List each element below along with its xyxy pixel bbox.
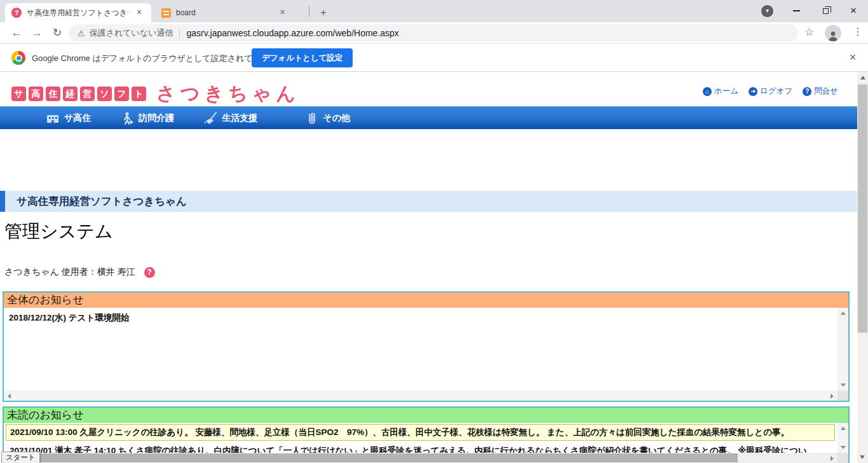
nav-item-other[interactable]: その他 xyxy=(304,111,350,125)
scrollbar-corner xyxy=(837,453,848,463)
nav-item-label: 訪問介護 xyxy=(139,113,174,124)
default-browser-notification: Google Chrome はデフォルトのブラウザとして設定されていません デフ… xyxy=(0,44,868,72)
question-icon: ? xyxy=(803,87,811,96)
logoff-link-label: ログオフ xyxy=(760,86,792,97)
inquiry-link-label: 問合せ xyxy=(814,86,838,97)
unread-notices-box: 未読のお知らせ 2021/09/10 13:00 久屋クリニックの往診あり。 安… xyxy=(3,406,850,463)
scroll-right-icon[interactable] xyxy=(827,390,837,401)
unread-notices-header: 未読のお知らせ xyxy=(4,408,848,423)
url-divider xyxy=(179,28,180,38)
scroll-down-icon[interactable] xyxy=(837,380,848,390)
back-button[interactable]: ← xyxy=(8,24,25,42)
logo-block: ソ xyxy=(97,86,112,101)
broom-icon xyxy=(203,111,217,125)
user-label: さつきちゃん 使用者：横井 寿江 xyxy=(4,266,135,278)
restore-icon xyxy=(823,8,829,14)
scroll-down-icon[interactable] xyxy=(860,455,865,459)
tab-close-icon[interactable]: × xyxy=(277,7,288,18)
global-notices-box: 全体のお知らせ 2018/12/12(水) テスト環境開始 xyxy=(3,291,850,402)
web-page: サ 高 住 経 営 ソ フ ト さつきちゃん ⌂ ホーム ➜ ログオフ ? 問合… xyxy=(0,72,857,463)
tab-satsuki[interactable]: ? サ高住専用経営ソフトさつきちゃん × xyxy=(5,3,151,22)
section-header: サ高住専用経営ソフトさつきちゃん xyxy=(0,191,857,212)
nav-item-lifesupport[interactable]: 生活支援 xyxy=(203,111,257,125)
tab-title: サ高住専用経営ソフトさつきちゃん xyxy=(27,8,128,18)
user-help-icon[interactable]: ? xyxy=(144,267,155,278)
scrollbar-corner xyxy=(837,390,848,401)
nav-item-label: その他 xyxy=(323,113,350,124)
global-vertical-scrollbar[interactable] xyxy=(837,308,848,390)
logo-block: 営 xyxy=(80,86,95,101)
unread-notice-item[interactable]: 2021/09/10 13:00 久屋クリニックの往診あり。 安藤様、間地様、足… xyxy=(6,424,835,441)
header-links: ⌂ ホーム ➜ ログオフ ? 問合せ xyxy=(703,86,838,97)
chrome-update-caret-icon[interactable]: ▾ xyxy=(761,5,773,17)
tab-favicon-board-icon xyxy=(161,8,171,18)
tab-close-icon[interactable]: × xyxy=(133,7,145,18)
walking-person-icon xyxy=(120,111,134,125)
scroll-up-icon[interactable] xyxy=(837,308,848,319)
logo-block: 住 xyxy=(46,86,60,101)
window-minimize-button[interactable] xyxy=(782,0,811,22)
nav-item-label: サ高住 xyxy=(64,113,91,124)
url-text[interactable]: gasrv.japanwest.cloudapp.azure.com/web/H… xyxy=(186,28,398,38)
chrome-menu-icon[interactable]: ⋮ xyxy=(853,25,863,38)
app-logo[interactable]: サ 高 住 経 営 ソ フ ト さつきちゃん xyxy=(11,81,300,107)
reload-button[interactable]: ↻ xyxy=(48,24,66,42)
scroll-thumb[interactable] xyxy=(858,85,867,333)
global-notices-header: 全体のお知らせ xyxy=(4,293,848,308)
address-bar[interactable]: ⚠ 保護されていない通信 gasrv.japanwest.cloudapp.az… xyxy=(69,24,798,42)
browser-tab-strip: ? サ高住専用経営ソフトさつきちゃん × board × + ▾ × xyxy=(0,0,868,22)
scroll-up-icon[interactable] xyxy=(860,76,865,79)
not-secure-warning-icon: ⚠ xyxy=(78,29,85,38)
scroll-left-icon[interactable] xyxy=(4,390,15,401)
tab-separator xyxy=(309,6,309,17)
notice-item: 2018/12/12(水) テスト環境開始 xyxy=(9,312,129,324)
nav-item-label: 生活支援 xyxy=(222,113,257,124)
building-icon xyxy=(46,111,60,125)
global-horizontal-scrollbar[interactable] xyxy=(4,390,837,401)
nav-item-homecare[interactable]: 訪問介護 xyxy=(120,111,174,125)
unread-notices-body: 2021/09/10 13:00 久屋クリニックの往診あり。 安藤様、間地様、足… xyxy=(4,423,848,463)
chrome-logo-icon xyxy=(11,51,25,65)
minimize-icon xyxy=(793,10,800,11)
window-restore-button[interactable] xyxy=(811,0,840,22)
logoff-link[interactable]: ➜ ログオフ xyxy=(749,86,792,97)
page-vertical-scrollbar[interactable] xyxy=(857,72,868,463)
home-link-label: ホーム xyxy=(714,86,738,97)
logo-block: サ xyxy=(11,86,26,101)
logo-name: さつきちゃん xyxy=(156,81,300,107)
person-icon xyxy=(827,30,839,41)
paperclip-icon xyxy=(304,111,318,125)
page-title: 管理システム xyxy=(4,219,113,244)
scroll-right-icon[interactable] xyxy=(827,453,837,463)
set-default-button[interactable]: デフォルトとして設定 xyxy=(252,48,353,67)
unread-vertical-scrollbar[interactable] xyxy=(837,423,848,453)
home-icon: ⌂ xyxy=(703,87,712,96)
user-line: さつきちゃん 使用者：横井 寿江 ? xyxy=(4,266,155,278)
logo-block: 経 xyxy=(63,86,78,101)
nav-item-sakoju[interactable]: サ高住 xyxy=(46,111,91,125)
home-link[interactable]: ⌂ ホーム xyxy=(703,86,738,97)
main-navigation: サ高住 訪問介護 生活支援 その他 xyxy=(0,106,857,129)
security-label[interactable]: 保護されていない通信 xyxy=(90,27,173,39)
logo-block: ト xyxy=(132,86,146,101)
window-close-button[interactable]: × xyxy=(839,0,868,22)
profile-avatar[interactable] xyxy=(825,25,841,41)
new-tab-button[interactable]: + xyxy=(316,5,331,20)
section-title: サ高住専用経営ソフトさつきちゃん xyxy=(5,195,187,209)
horizontal-scroll-thumb[interactable] xyxy=(4,453,738,462)
inquiry-link[interactable]: ? 問合せ xyxy=(803,86,838,97)
tab-title: board xyxy=(176,8,196,17)
scroll-down-icon[interactable] xyxy=(837,442,848,453)
start-tooltip: スタート xyxy=(1,452,40,463)
unread-horizontal-scrollbar[interactable] xyxy=(4,453,837,463)
scroll-up-icon[interactable] xyxy=(837,423,848,434)
logo-block: フ xyxy=(114,86,129,101)
notification-close-icon[interactable]: × xyxy=(845,50,860,66)
tab-favicon-help-icon: ? xyxy=(11,8,22,18)
browser-toolbar: ← → ↻ ⚠ 保護されていない通信 gasrv.japanwest.cloud… xyxy=(0,22,868,44)
tab-board[interactable]: board × xyxy=(155,3,304,22)
forward-button[interactable]: → xyxy=(28,24,46,42)
global-notices-body: 2018/12/12(水) テスト環境開始 xyxy=(4,308,848,401)
bookmark-star-icon[interactable]: ☆ xyxy=(804,25,814,39)
notification-message: Google Chrome はデフォルトのブラウザとして設定されていません xyxy=(32,53,287,64)
